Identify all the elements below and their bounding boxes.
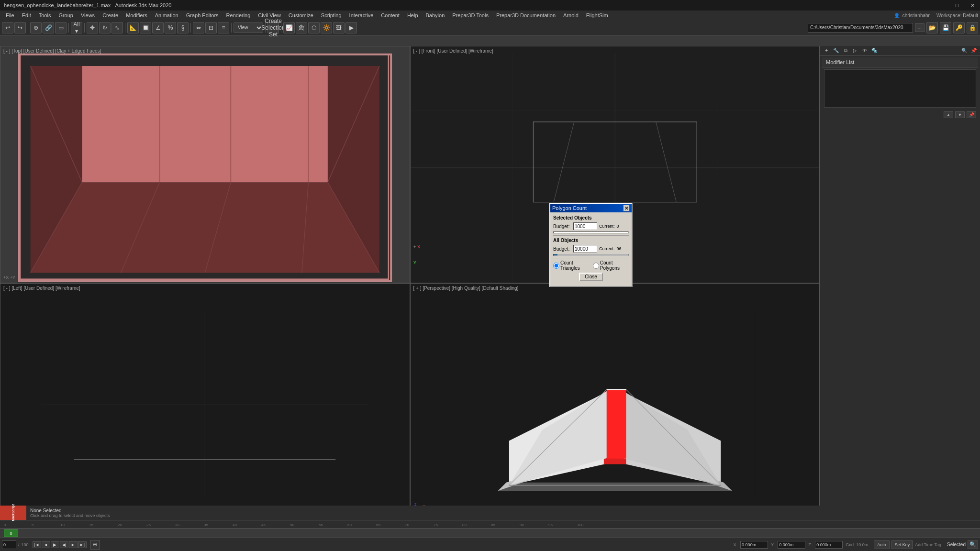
- file-btn-4[interactable]: 🔒: [967, 22, 978, 33]
- keyframe-btn[interactable]: ⊕: [90, 540, 100, 550]
- frame-input[interactable]: [2, 540, 16, 549]
- undo-button[interactable]: ↩: [2, 22, 13, 33]
- maxscript-panel[interactable]: MAXScript: [0, 506, 26, 520]
- all-budget-input[interactable]: [573, 245, 597, 253]
- selected-budget-input[interactable]: [573, 222, 597, 230]
- file-btn-2[interactable]: 💾: [940, 22, 951, 33]
- layer-button[interactable]: ≡: [218, 22, 229, 33]
- utilities-panel-btn[interactable]: 🔩: [870, 47, 879, 55]
- mirror-button[interactable]: ⇔: [193, 22, 204, 33]
- dialog-close-button[interactable]: Close: [579, 273, 603, 281]
- browse-button[interactable]: ...: [915, 23, 924, 32]
- render-prod[interactable]: ▶: [345, 22, 357, 33]
- redo-button[interactable]: ↪: [14, 22, 26, 33]
- viewport-area: [ - ] [Top] [User Defined] [Clay + Edged…: [0, 46, 820, 520]
- viewport-bottom-right[interactable]: [ + ] [Perspective] [High Quality] [Defa…: [410, 283, 820, 520]
- right-panel: ✦ 🔧 ⧉ ▷ 👁 🔩 🔍 📌 Modifier List ▲ ▼ 📌: [820, 46, 980, 520]
- create-selection-set[interactable]: Create Selection Set: [267, 22, 279, 33]
- select-button[interactable]: ⊕: [30, 22, 42, 33]
- goto-start-btn[interactable]: |◄: [33, 541, 41, 548]
- pin-panel-btn[interactable]: 📌: [969, 47, 978, 55]
- prev-frame-btn[interactable]: ◄: [42, 541, 50, 548]
- goto-end-btn[interactable]: ►|: [78, 541, 87, 548]
- minimize-button[interactable]: —: [934, 0, 949, 11]
- file-btn-3[interactable]: 🔑: [953, 22, 965, 33]
- reference-dropdown[interactable]: View Screen: [234, 22, 263, 33]
- modify-panel-btn[interactable]: 🔧: [832, 47, 840, 55]
- menu-help[interactable]: Help: [403, 11, 422, 19]
- menu-views[interactable]: Views: [77, 11, 99, 19]
- viewport-top-left[interactable]: [ - ] [Top] [User Defined] [Clay + Edged…: [0, 46, 410, 283]
- selected-current-label: Current:: [599, 224, 615, 229]
- search-panel-btn[interactable]: 🔍: [960, 47, 969, 55]
- modifier-arrow-down[interactable]: ▼: [955, 111, 965, 118]
- search-btn[interactable]: 🔍: [968, 540, 978, 549]
- x-input[interactable]: [740, 541, 768, 549]
- menu-file[interactable]: File: [2, 11, 18, 19]
- z-input[interactable]: [815, 541, 843, 549]
- play-reverse-btn[interactable]: ◀: [60, 541, 68, 548]
- menu-create[interactable]: Create: [99, 11, 122, 19]
- modifier-pin[interactable]: 📌: [967, 111, 976, 118]
- menu-scripting[interactable]: Scripting: [317, 11, 345, 19]
- filter-dropdown[interactable]: All ▾: [71, 22, 82, 33]
- count-polygons-radio[interactable]: [593, 263, 599, 269]
- dialog-close-x[interactable]: ✕: [623, 205, 630, 211]
- rotate-button[interactable]: ↻: [99, 22, 111, 33]
- count-triangles-radio[interactable]: [553, 263, 559, 269]
- display-panel-btn[interactable]: 👁: [860, 47, 869, 55]
- menu-tools[interactable]: Tools: [35, 11, 55, 19]
- menu-edit[interactable]: Edit: [18, 11, 35, 19]
- menu-animation[interactable]: Animation: [151, 11, 182, 19]
- curve-editor[interactable]: 📈: [283, 22, 295, 33]
- file-btn-1[interactable]: 📂: [926, 22, 938, 33]
- rect-select[interactable]: ▭: [55, 22, 67, 33]
- spinner-snap[interactable]: §: [177, 22, 189, 33]
- menu-graph-editors[interactable]: Graph Editors: [182, 11, 223, 19]
- render-setup[interactable]: 🔆: [321, 22, 332, 33]
- next-frame-btn[interactable]: ►: [69, 541, 78, 548]
- create-panel-btn[interactable]: ✦: [822, 47, 831, 55]
- menu-group[interactable]: Group: [55, 11, 77, 19]
- render-frame[interactable]: 🖼: [333, 22, 345, 33]
- snap-toggle[interactable]: 🔲: [140, 22, 151, 33]
- hierarchy-panel-btn[interactable]: ⧉: [841, 47, 850, 55]
- modifier-arrow-up[interactable]: ▲: [944, 111, 953, 118]
- menu-content[interactable]: Content: [377, 11, 403, 19]
- y-input[interactable]: [778, 541, 805, 549]
- menu-rendering[interactable]: Rendering: [223, 11, 255, 19]
- viewport-bottom-left[interactable]: [ - ] [Left] [User Defined] [Wireframe] …: [0, 283, 410, 520]
- close-button[interactable]: ✕: [965, 0, 980, 11]
- modifier-list-area[interactable]: [824, 69, 976, 108]
- menu-arnold[interactable]: Arnold: [559, 11, 582, 19]
- motion-panel-btn[interactable]: ▷: [851, 47, 859, 55]
- menu-flightsim[interactable]: FlightSim: [582, 11, 612, 19]
- align-button[interactable]: ⊟: [205, 22, 217, 33]
- scale-button[interactable]: ⤡: [111, 22, 123, 33]
- all-current-val: 96: [617, 246, 622, 251]
- percent-snap[interactable]: %: [165, 22, 176, 33]
- svg-text:25: 25: [146, 523, 151, 527]
- frame-total: 100: [22, 542, 29, 547]
- angle-snap[interactable]: ∠: [152, 22, 164, 33]
- menu-prepar3d-doc[interactable]: Prepar3D Documentation: [492, 11, 559, 19]
- set-key-btn[interactable]: Set Key: [891, 540, 913, 549]
- schematic-view[interactable]: 🕸: [296, 22, 307, 33]
- menu-modifiers[interactable]: Modifiers: [122, 11, 151, 19]
- menu-interactive[interactable]: Interactive: [345, 11, 378, 19]
- menu-prepar3d[interactable]: Prepar3D Tools: [448, 11, 492, 19]
- reference-coord[interactable]: 📐: [127, 22, 139, 33]
- select-by-name[interactable]: 🔗: [43, 22, 54, 33]
- play-btn[interactable]: ▶: [51, 541, 59, 548]
- modifier-list-section: Modifier List ▲ ▼ 📌: [820, 55, 980, 122]
- move-button[interactable]: ✥: [87, 22, 98, 33]
- selected-budget-label: Budget:: [553, 224, 571, 229]
- filepath-input[interactable]: [808, 23, 913, 33]
- menu-babylon[interactable]: Babylon: [422, 11, 449, 19]
- menu-customize[interactable]: Customize: [285, 11, 317, 19]
- maximize-button[interactable]: □: [949, 0, 965, 11]
- timeline-scrubber[interactable]: 0: [0, 528, 980, 538]
- playhead[interactable]: 0: [4, 529, 18, 537]
- auto-key-btn[interactable]: Auto: [874, 540, 890, 549]
- material-editor[interactable]: ⬡: [308, 22, 320, 33]
